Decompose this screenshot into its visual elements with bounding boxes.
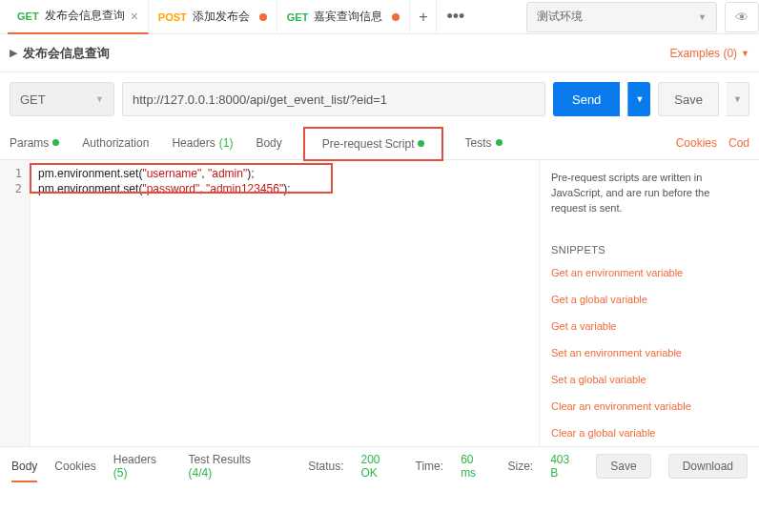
unsaved-dot-icon <box>392 13 400 21</box>
code-token: , <box>201 167 208 180</box>
tab-label: 嘉宾查询信息 <box>314 9 382 25</box>
response-tab-body[interactable]: Body <box>11 460 37 473</box>
request-title-bar: ▶ 发布会信息查询 Examples (0) ▼ <box>0 34 759 72</box>
tab-label: Headers <box>113 453 156 466</box>
tab-headers[interactable]: Headers (1) <box>172 126 233 160</box>
response-tab-cookies[interactable]: Cookies <box>54 460 95 473</box>
examples-label: Examples (0) <box>669 47 737 60</box>
snippet-link[interactable]: Clear an environment variable <box>551 400 748 412</box>
indicator-dot-icon <box>496 139 503 146</box>
snippet-link[interactable]: Set an environment variable <box>551 347 748 358</box>
examples-dropdown[interactable]: Examples (0) ▼ <box>669 47 749 60</box>
line-gutter: 1 2 <box>0 160 31 446</box>
url-input[interactable]: http://127.0.0.1:8000/api/get_event_list… <box>122 82 545 116</box>
code-token: ); <box>283 182 290 195</box>
save-response-button[interactable]: Save <box>596 454 650 479</box>
view-environment-icon[interactable]: 👁 <box>725 2 759 32</box>
save-dropdown[interactable]: ▼ <box>727 82 749 116</box>
new-tab-button[interactable]: + <box>410 0 437 34</box>
code-string: "admin" <box>208 167 247 180</box>
tab-authorization[interactable]: Authorization <box>82 126 149 160</box>
snippets-heading: SNIPPETS <box>551 244 748 256</box>
snippet-link[interactable]: Clear a global variable <box>551 427 748 439</box>
method-badge: GET <box>17 10 39 22</box>
tab-request-3[interactable]: GET 嘉宾查询信息 <box>277 0 411 34</box>
indicator-dot-icon <box>52 139 59 146</box>
environment-label: 测试环境 <box>537 9 583 25</box>
code-token: pm.environment.set( <box>38 167 142 180</box>
tab-params[interactable]: Params <box>10 126 59 160</box>
code-token: ); <box>247 167 254 180</box>
request-title: 发布会信息查询 <box>23 45 110 62</box>
save-button[interactable]: Save <box>658 82 719 116</box>
response-bar: Body Cookies Headers (5) Test Results (4… <box>0 446 759 484</box>
cookies-code-links: Cookies Cod <box>676 136 749 150</box>
snippet-link[interactable]: Get a global variable <box>551 294 748 305</box>
unsaved-dot-icon <box>259 13 267 21</box>
size-value: 403 B <box>550 453 579 480</box>
status-value: 200 OK <box>361 453 399 480</box>
method-badge: POST <box>158 11 187 23</box>
url-text: http://127.0.0.1:8000/api/get_event_list… <box>133 92 387 107</box>
method-badge: GET <box>287 11 309 23</box>
tab-label: 发布会信息查询 <box>45 8 125 24</box>
code-content[interactable]: pm.environment.set("username", "admin");… <box>31 160 539 446</box>
tab-body[interactable]: Body <box>256 126 281 160</box>
tab-tests[interactable]: Tests <box>464 126 502 160</box>
panel-description: Pre-request scripts are written in JavaS… <box>551 170 748 215</box>
indicator-dot-icon <box>418 140 424 147</box>
code-token: pm.environment.set( <box>38 182 142 195</box>
tab-label: Test Results <box>189 453 251 466</box>
snippet-link[interactable]: Get a variable <box>551 320 748 332</box>
send-button[interactable]: Send <box>553 82 620 116</box>
chevron-down-icon: ▼ <box>741 49 749 58</box>
code-editor[interactable]: 1 2 pm.environment.set("username", "admi… <box>0 160 540 446</box>
response-tab-headers[interactable]: Headers (5) <box>113 453 172 480</box>
code-token: , <box>199 182 206 195</box>
code-link[interactable]: Cod <box>728 136 749 150</box>
method-value: GET <box>20 92 46 107</box>
close-icon[interactable]: × <box>131 9 138 24</box>
tab-label: Headers <box>172 136 215 150</box>
cookies-link[interactable]: Cookies <box>676 136 717 150</box>
tab-request-1[interactable]: GET 发布会信息查询 × <box>8 0 149 34</box>
headers-count: (5) <box>113 466 128 480</box>
line-number: 2 <box>0 181 30 196</box>
status-label: Status: <box>308 460 343 473</box>
code-string: "username" <box>142 167 201 180</box>
tab-label: 添加发布会 <box>193 9 250 25</box>
code-string: "password" <box>142 182 199 195</box>
download-button[interactable]: Download <box>668 454 748 479</box>
more-menu-icon[interactable]: ••• <box>437 7 474 27</box>
headers-count: (1) <box>219 136 234 150</box>
tab-label: Pre-request Script <box>322 137 415 151</box>
url-bar: GET http://127.0.0.1:8000/api/get_event_… <box>0 72 759 126</box>
send-dropdown[interactable]: ▼ <box>627 82 650 116</box>
method-select[interactable]: GET <box>10 82 114 116</box>
snippet-link[interactable]: Set a global variable <box>551 374 748 385</box>
code-string: "admin123456" <box>206 182 283 195</box>
tab-bar: GET 发布会信息查询 × POST 添加发布会 GET 嘉宾查询信息 + ••… <box>0 0 759 34</box>
collapse-icon[interactable]: ▶ <box>10 47 17 59</box>
tab-prerequest[interactable]: Pre-request Script <box>305 129 442 159</box>
editor-area: 1 2 pm.environment.set("username", "admi… <box>0 160 759 446</box>
size-label: Size: <box>507 460 533 473</box>
tests-count: (4/4) <box>189 466 213 480</box>
line-number: 1 <box>0 166 30 181</box>
response-tab-tests[interactable]: Test Results (4/4) <box>189 453 275 480</box>
snippets-panel: Pre-request scripts are written in JavaS… <box>540 160 759 446</box>
tab-label: Tests <box>464 136 491 150</box>
tab-label: Params <box>10 136 49 150</box>
tab-request-2[interactable]: POST 添加发布会 <box>149 0 277 34</box>
environment-select[interactable]: 测试环境 <box>526 2 717 32</box>
snippet-link[interactable]: Get an environment variable <box>551 267 748 278</box>
time-label: Time: <box>416 460 444 473</box>
time-value: 60 ms <box>461 453 490 480</box>
request-subtabs: Params Authorization Headers (1) Body Pr… <box>0 126 759 160</box>
